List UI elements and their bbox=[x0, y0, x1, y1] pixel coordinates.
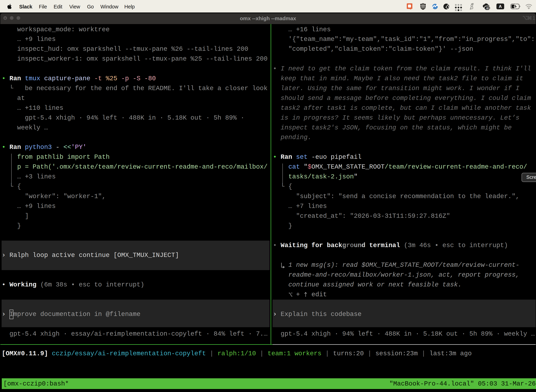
svg-text:..61: ..61 bbox=[485, 7, 490, 10]
